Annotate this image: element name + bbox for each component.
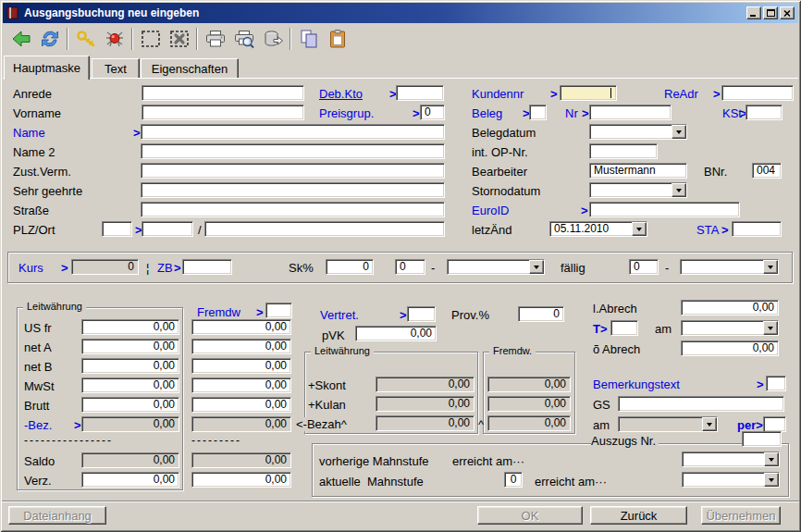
sta-input[interactable] bbox=[732, 221, 782, 237]
bearbeiter-input[interactable]: Mustermann bbox=[589, 163, 687, 179]
faellig-days-input[interactable]: 0 bbox=[629, 259, 659, 275]
anrede-input[interactable] bbox=[142, 85, 304, 101]
paste-button[interactable] bbox=[323, 26, 351, 52]
skonto-input[interactable]: 0 bbox=[326, 259, 374, 275]
kulan-fremdw-input[interactable]: 0,00 bbox=[487, 396, 571, 412]
belegdatum-arrow-button[interactable] bbox=[672, 125, 686, 139]
zustverm-input[interactable] bbox=[141, 163, 445, 179]
am1-dropdown[interactable] bbox=[681, 320, 779, 336]
skonto-days-input[interactable]: 0 bbox=[395, 259, 425, 275]
minimize-button[interactable] bbox=[746, 6, 761, 19]
verz-leit-input[interactable]: 0,00 bbox=[81, 472, 179, 488]
netb-fremdw-input[interactable]: 0,00 bbox=[191, 358, 291, 374]
strasse-input[interactable] bbox=[141, 202, 445, 217]
plz-input[interactable] bbox=[142, 221, 193, 237]
skonto-date-dropdown[interactable] bbox=[447, 259, 545, 275]
faellig-date-dropdown[interactable] bbox=[680, 259, 779, 275]
dateianhang-button[interactable]: Dateianhang bbox=[8, 506, 106, 525]
euroid-input[interactable] bbox=[589, 202, 740, 217]
kundennr-input[interactable] bbox=[560, 85, 617, 101]
key-button[interactable] bbox=[71, 26, 100, 52]
debkto-label[interactable]: Deb.Kto bbox=[319, 87, 363, 101]
copy-button[interactable] bbox=[294, 26, 323, 52]
saldo-fremdw-input[interactable]: 0,00 bbox=[191, 452, 291, 468]
mahnstufe1-date-dropdown[interactable] bbox=[682, 452, 780, 467]
kst-input[interactable] bbox=[746, 105, 783, 120]
readr-input[interactable] bbox=[721, 85, 794, 101]
faellig-date-arrow-button[interactable] bbox=[763, 260, 778, 274]
print-button[interactable] bbox=[201, 26, 229, 52]
kurs-input[interactable]: 0 bbox=[71, 259, 139, 275]
refresh-button[interactable] bbox=[35, 26, 64, 52]
prov-input[interactable]: 0 bbox=[518, 306, 564, 322]
debkto-input[interactable] bbox=[396, 85, 444, 101]
am1-arrow-button[interactable] bbox=[763, 321, 778, 335]
brutt-fremdw-input[interactable]: 0,00 bbox=[191, 397, 291, 413]
vertret-input[interactable] bbox=[407, 306, 436, 322]
name2-input[interactable] bbox=[141, 143, 445, 159]
name-input[interactable] bbox=[141, 124, 445, 140]
nr-input[interactable] bbox=[589, 105, 672, 120]
skont-leit-input[interactable]: 0,00 bbox=[376, 377, 474, 392]
saldo-leit-input[interactable]: 0,00 bbox=[81, 452, 179, 468]
mwst-fremdw-input[interactable]: 0,00 bbox=[191, 377, 291, 393]
mahnstufe1-arrow-button[interactable] bbox=[764, 452, 779, 466]
am2-arrow-button[interactable] bbox=[702, 417, 717, 431]
close-button[interactable] bbox=[780, 6, 795, 19]
letzaend-arrow-button[interactable] bbox=[632, 222, 647, 236]
oabrech-input[interactable]: 0,00 bbox=[681, 340, 779, 356]
tab-eigenschaften[interactable]: Eigenschaften bbox=[141, 58, 239, 78]
belegdatum-dropdown[interactable] bbox=[589, 124, 687, 140]
bezah-leit-input[interactable]: 0,00 bbox=[376, 415, 474, 431]
neta-leit-input[interactable]: 0,00 bbox=[81, 339, 179, 354]
fremdw-input[interactable] bbox=[265, 303, 292, 318]
gs-input[interactable] bbox=[618, 396, 784, 412]
mahnstufe-input[interactable]: 0 bbox=[504, 472, 523, 488]
land-input[interactable] bbox=[102, 221, 132, 237]
bez-leit-input[interactable]: 0,00 bbox=[81, 416, 179, 432]
uebernehmen-button[interactable]: Übernehmen bbox=[701, 506, 781, 525]
spider-button[interactable] bbox=[100, 26, 129, 52]
tab-hauptmaske[interactable]: Hauptmaske bbox=[4, 56, 90, 80]
bezah-fremdw-input[interactable]: 0,00 bbox=[487, 415, 571, 431]
stornodatum-arrow-button[interactable] bbox=[672, 183, 686, 197]
beleg-input[interactable] bbox=[529, 105, 547, 120]
auszug-input[interactable] bbox=[742, 431, 782, 447]
select-button[interactable] bbox=[136, 26, 165, 52]
skont-fremdw-input[interactable]: 0,00 bbox=[487, 377, 571, 392]
t-input[interactable] bbox=[610, 320, 638, 336]
kulan-leit-input[interactable]: 0,00 bbox=[376, 396, 474, 412]
opnr-input[interactable] bbox=[589, 143, 658, 159]
ort-input[interactable] bbox=[204, 221, 445, 237]
db-export-button[interactable] bbox=[258, 26, 287, 52]
pvk-input[interactable]: 0,00 bbox=[355, 326, 437, 341]
per-input[interactable] bbox=[763, 416, 786, 432]
usfr-fremdw-input[interactable]: 0,00 bbox=[191, 319, 291, 335]
zurueck-button[interactable]: Zurück bbox=[590, 506, 687, 525]
skonto-date-arrow-button[interactable] bbox=[529, 260, 544, 274]
ok-button[interactable]: OK bbox=[477, 506, 583, 525]
usfr-leit-input[interactable]: 0,00 bbox=[81, 319, 179, 335]
verz-fremdw-input[interactable]: 0,00 bbox=[191, 472, 291, 488]
netb-leit-input[interactable]: 0,00 bbox=[81, 358, 179, 374]
back-button[interactable] bbox=[6, 26, 35, 52]
tab-text[interactable]: Text bbox=[92, 58, 140, 78]
zb-input[interactable] bbox=[182, 259, 232, 275]
neta-fremdw-input[interactable]: 0,00 bbox=[191, 339, 291, 354]
delete-select-button[interactable] bbox=[165, 26, 193, 52]
print-preview-button[interactable] bbox=[229, 26, 258, 52]
stornodatum-dropdown[interactable] bbox=[589, 182, 687, 198]
bez-fremdw-input[interactable]: 0,00 bbox=[191, 416, 291, 432]
letzaend-dropdown[interactable]: 05.11.2010 bbox=[549, 221, 647, 237]
vorname-input[interactable] bbox=[142, 105, 304, 120]
bnr-input[interactable]: 004 bbox=[752, 163, 782, 179]
maximize-button[interactable] bbox=[763, 6, 778, 19]
mahnstufe2-date-dropdown[interactable] bbox=[682, 472, 780, 488]
mahnstufe2-arrow-button[interactable] bbox=[764, 473, 779, 487]
preisgrup-input[interactable]: 0 bbox=[420, 105, 445, 120]
mwst-leit-input[interactable]: 0,00 bbox=[81, 377, 179, 393]
bemerkungstext-input[interactable] bbox=[766, 376, 786, 391]
sehr-geehrte-input[interactable] bbox=[141, 182, 445, 198]
brutt-leit-input[interactable]: 0,00 bbox=[81, 397, 179, 413]
labrech-input[interactable]: 0,00 bbox=[681, 300, 779, 315]
